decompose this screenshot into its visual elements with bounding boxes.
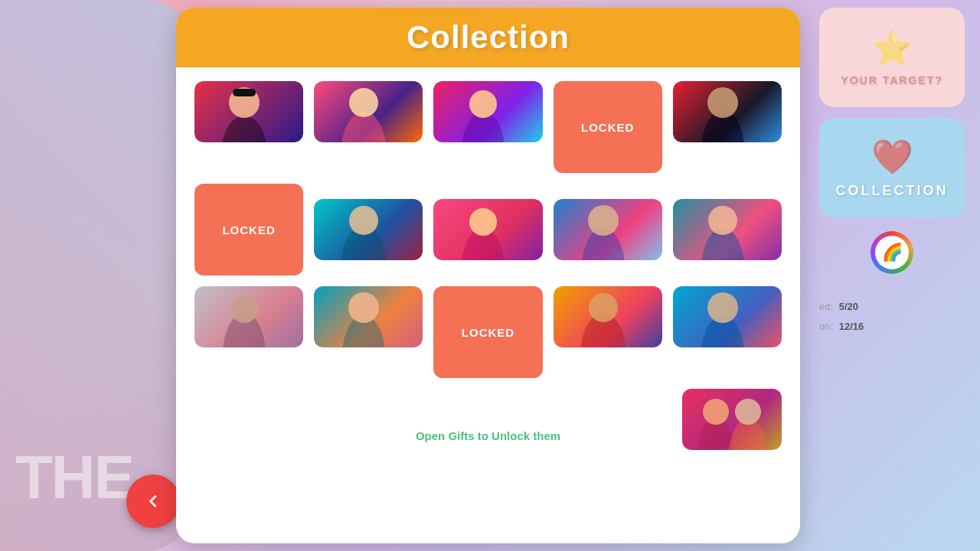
- grid-row-3: LOCKED: [194, 286, 782, 378]
- achieved-label: ed:: [819, 301, 833, 312]
- emoji-inner: 🌈: [875, 236, 909, 269]
- locked-card-2[interactable]: LOCKED: [194, 184, 303, 276]
- modal-header: Collection: [176, 8, 800, 67]
- right-panel: ⭐ YOUR TARGET? ❤️ COLLECTION 🌈 ed: 5/20 …: [819, 8, 965, 337]
- grid-row-1: LOCKED: [194, 81, 782, 173]
- star-icon: ⭐: [871, 28, 913, 68]
- modal-title: Collection: [407, 19, 570, 56]
- card-extra[interactable]: [682, 389, 782, 450]
- card-image-8: [433, 199, 542, 260]
- svg-point-10: [349, 206, 378, 235]
- locked-label-1: LOCKED: [581, 121, 634, 134]
- svg-point-12: [469, 208, 497, 236]
- card-image-12: [314, 286, 423, 347]
- card-image-3: [433, 81, 542, 142]
- card-image-7: [314, 199, 423, 260]
- grid-row-2: LOCKED: [194, 184, 782, 276]
- card-image-9: [554, 199, 662, 260]
- card-image-10: [673, 199, 782, 260]
- card-10[interactable]: [673, 199, 782, 260]
- unlock-text: Open Gifts to Unlock them: [416, 429, 560, 450]
- emoji-badge[interactable]: 🌈: [871, 231, 913, 274]
- stats-area: ed: 5/20 on: 12/16: [819, 297, 965, 337]
- card-2[interactable]: [314, 81, 423, 142]
- background-text: THE: [15, 442, 133, 513]
- heart-icon: ❤️: [871, 137, 913, 177]
- svg-point-0: [221, 116, 267, 142]
- target-label: YOUR TARGET?: [841, 74, 942, 86]
- svg-point-8: [707, 87, 738, 118]
- svg-point-6: [469, 90, 497, 118]
- collection-stat-value: 12/16: [839, 321, 864, 332]
- locked-card-1[interactable]: LOCKED: [554, 81, 662, 173]
- card-image-11: [194, 286, 303, 347]
- locked-card-3[interactable]: LOCKED: [433, 286, 542, 378]
- svg-point-22: [589, 293, 618, 322]
- card-image-2: [314, 81, 423, 142]
- card-image-15: [673, 286, 782, 347]
- card-12[interactable]: [314, 286, 423, 347]
- svg-point-18: [230, 295, 258, 323]
- card-image-5: [673, 81, 782, 142]
- card-8[interactable]: [433, 199, 542, 260]
- svg-point-24: [707, 292, 738, 323]
- card-9[interactable]: [554, 199, 662, 260]
- collection-grid: LOCKED LOCKED: [176, 67, 800, 378]
- back-button[interactable]: [126, 474, 180, 528]
- svg-point-20: [348, 292, 379, 323]
- svg-point-4: [349, 88, 378, 117]
- svg-point-14: [588, 205, 619, 236]
- card-14[interactable]: [554, 286, 662, 347]
- locked-label-3: LOCKED: [462, 326, 514, 339]
- collection-stat-label: on:: [819, 321, 833, 332]
- card-5[interactable]: [673, 81, 782, 142]
- achieved-value: 5/20: [839, 301, 858, 312]
- card-11[interactable]: [194, 286, 303, 347]
- svg-point-28: [735, 399, 761, 425]
- card-image-1: [194, 81, 303, 142]
- collection-side-label: COLLECTION: [836, 183, 949, 199]
- card-7[interactable]: [314, 199, 423, 260]
- svg-rect-2: [233, 89, 256, 96]
- card-15[interactable]: [673, 286, 782, 347]
- collection-modal: Collection: [176, 8, 800, 543]
- chevron-left-icon: [141, 489, 165, 514]
- card-1[interactable]: [194, 81, 303, 142]
- card-image-extra: [682, 389, 782, 450]
- svg-point-16: [708, 206, 737, 235]
- collection-side-card[interactable]: ❤️ COLLECTION: [819, 118, 965, 217]
- card-3[interactable]: [433, 81, 542, 142]
- svg-point-26: [703, 399, 729, 425]
- card-image-14: [554, 286, 662, 347]
- target-card[interactable]: ⭐ YOUR TARGET?: [819, 8, 965, 107]
- locked-label-2: LOCKED: [222, 223, 275, 236]
